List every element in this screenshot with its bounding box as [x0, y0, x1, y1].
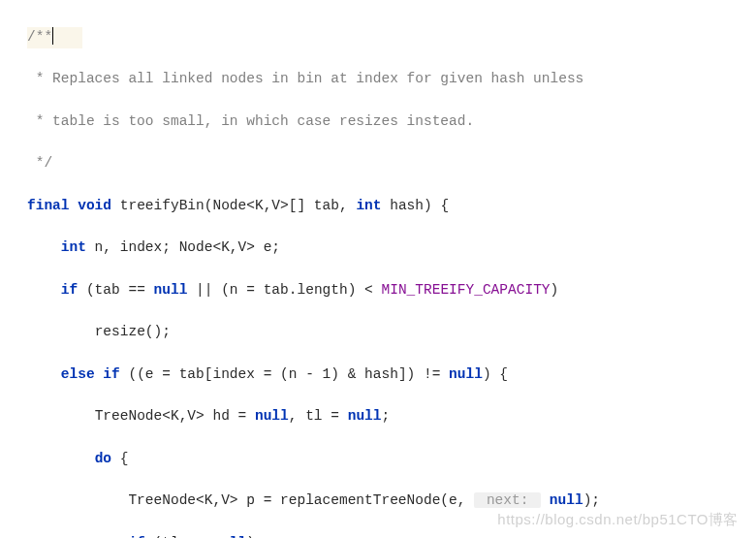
- code-line: if (tl == null): [27, 533, 756, 538]
- code-line: int n, index; Node<K,V> e;: [27, 237, 756, 259]
- code-line: if (tab == null || (n = tab.length) < MI…: [27, 280, 756, 301]
- code-editor[interactable]: /** * Replaces all linked nodes in bin a…: [0, 0, 756, 538]
- javadoc-line: /**: [27, 27, 756, 48]
- code-line: resize();: [27, 322, 756, 343]
- javadoc-line: * table is too small, in which case resi…: [27, 111, 756, 133]
- text-cursor: [52, 27, 53, 44]
- code-line: else if ((e = tab[index = (n - 1) & hash…: [27, 364, 756, 386]
- javadoc-line: * Replaces all linked nodes in bin at in…: [27, 69, 756, 90]
- watermark-text: https://blog.csdn.net/bp51CTO博客: [497, 509, 739, 531]
- parameter-hint: next:: [474, 492, 541, 508]
- code-line: final void treeifyBin(Node<K,V>[] tab, i…: [27, 196, 756, 217]
- code-line: TreeNode<K,V> hd = null, tl = null;: [27, 406, 756, 427]
- code-line: do {: [27, 449, 756, 470]
- javadoc-line: */: [27, 153, 756, 174]
